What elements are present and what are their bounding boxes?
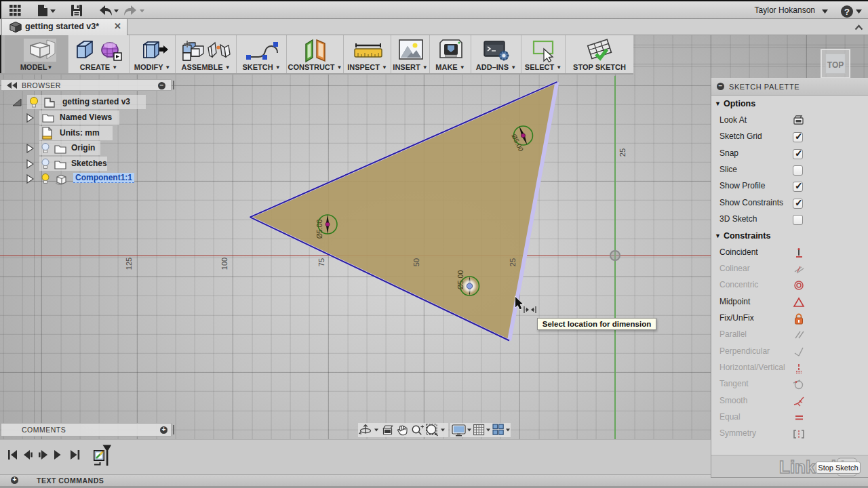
- svg-text:?: ?: [844, 7, 850, 17]
